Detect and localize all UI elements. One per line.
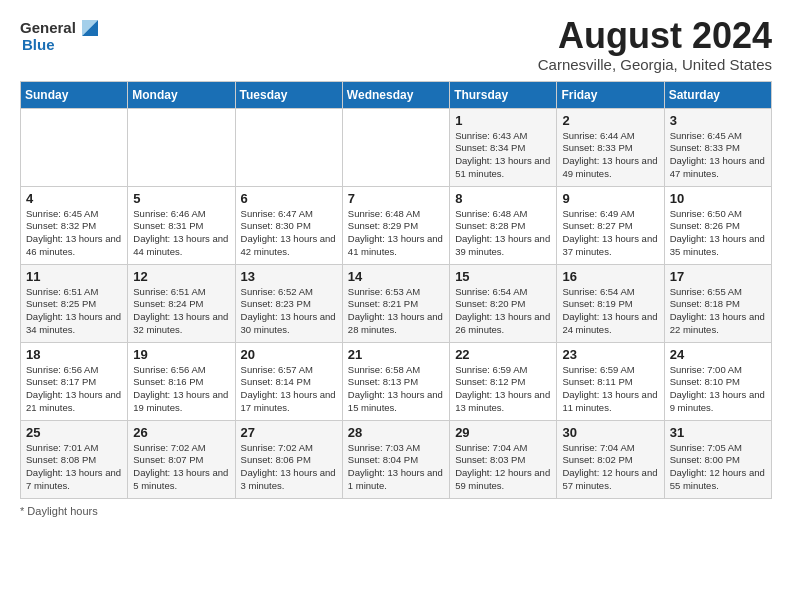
day-number: 24 xyxy=(670,347,766,362)
day-info: Sunrise: 6:45 AM Sunset: 8:33 PM Dayligh… xyxy=(670,130,766,181)
day-number: 23 xyxy=(562,347,658,362)
day-number: 1 xyxy=(455,113,551,128)
day-number: 5 xyxy=(133,191,229,206)
day-number: 21 xyxy=(348,347,444,362)
table-row: 21Sunrise: 6:58 AM Sunset: 8:13 PM Dayli… xyxy=(342,342,449,420)
table-row: 30Sunrise: 7:04 AM Sunset: 8:02 PM Dayli… xyxy=(557,420,664,498)
header-tuesday: Tuesday xyxy=(235,81,342,108)
day-info: Sunrise: 6:59 AM Sunset: 8:12 PM Dayligh… xyxy=(455,364,551,415)
table-row: 14Sunrise: 6:53 AM Sunset: 8:21 PM Dayli… xyxy=(342,264,449,342)
day-number: 3 xyxy=(670,113,766,128)
day-number: 19 xyxy=(133,347,229,362)
table-row: 2Sunrise: 6:44 AM Sunset: 8:33 PM Daylig… xyxy=(557,108,664,186)
table-row: 18Sunrise: 6:56 AM Sunset: 8:17 PM Dayli… xyxy=(21,342,128,420)
day-info: Sunrise: 7:03 AM Sunset: 8:04 PM Dayligh… xyxy=(348,442,444,493)
day-info: Sunrise: 6:44 AM Sunset: 8:33 PM Dayligh… xyxy=(562,130,658,181)
table-row: 31Sunrise: 7:05 AM Sunset: 8:00 PM Dayli… xyxy=(664,420,771,498)
table-row: 1Sunrise: 6:43 AM Sunset: 8:34 PM Daylig… xyxy=(450,108,557,186)
header-monday: Monday xyxy=(128,81,235,108)
day-info: Sunrise: 7:05 AM Sunset: 8:00 PM Dayligh… xyxy=(670,442,766,493)
day-number: 16 xyxy=(562,269,658,284)
day-number: 20 xyxy=(241,347,337,362)
day-number: 18 xyxy=(26,347,122,362)
header-friday: Friday xyxy=(557,81,664,108)
day-info: Sunrise: 7:00 AM Sunset: 8:10 PM Dayligh… xyxy=(670,364,766,415)
table-row: 29Sunrise: 7:04 AM Sunset: 8:03 PM Dayli… xyxy=(450,420,557,498)
calendar-table: Sunday Monday Tuesday Wednesday Thursday… xyxy=(20,81,772,499)
day-number: 6 xyxy=(241,191,337,206)
table-row: 8Sunrise: 6:48 AM Sunset: 8:28 PM Daylig… xyxy=(450,186,557,264)
day-number: 11 xyxy=(26,269,122,284)
day-number: 22 xyxy=(455,347,551,362)
day-info: Sunrise: 7:04 AM Sunset: 8:03 PM Dayligh… xyxy=(455,442,551,493)
calendar-header: Sunday Monday Tuesday Wednesday Thursday… xyxy=(21,81,772,108)
day-info: Sunrise: 6:59 AM Sunset: 8:11 PM Dayligh… xyxy=(562,364,658,415)
table-row: 20Sunrise: 6:57 AM Sunset: 8:14 PM Dayli… xyxy=(235,342,342,420)
calendar-subtitle: Carnesville, Georgia, United States xyxy=(538,56,772,73)
day-number: 14 xyxy=(348,269,444,284)
day-info: Sunrise: 6:48 AM Sunset: 8:29 PM Dayligh… xyxy=(348,208,444,259)
day-number: 13 xyxy=(241,269,337,284)
day-number: 29 xyxy=(455,425,551,440)
table-row: 19Sunrise: 6:56 AM Sunset: 8:16 PM Dayli… xyxy=(128,342,235,420)
day-number: 30 xyxy=(562,425,658,440)
table-row: 15Sunrise: 6:54 AM Sunset: 8:20 PM Dayli… xyxy=(450,264,557,342)
day-number: 9 xyxy=(562,191,658,206)
day-info: Sunrise: 6:51 AM Sunset: 8:25 PM Dayligh… xyxy=(26,286,122,337)
table-row: 6Sunrise: 6:47 AM Sunset: 8:30 PM Daylig… xyxy=(235,186,342,264)
table-row: 25Sunrise: 7:01 AM Sunset: 8:08 PM Dayli… xyxy=(21,420,128,498)
calendar-body: 1Sunrise: 6:43 AM Sunset: 8:34 PM Daylig… xyxy=(21,108,772,498)
day-number: 31 xyxy=(670,425,766,440)
day-info: Sunrise: 6:54 AM Sunset: 8:19 PM Dayligh… xyxy=(562,286,658,337)
table-row xyxy=(235,108,342,186)
day-number: 4 xyxy=(26,191,122,206)
table-row: 7Sunrise: 6:48 AM Sunset: 8:29 PM Daylig… xyxy=(342,186,449,264)
logo-general-text: General xyxy=(20,19,76,36)
day-number: 8 xyxy=(455,191,551,206)
day-info: Sunrise: 6:57 AM Sunset: 8:14 PM Dayligh… xyxy=(241,364,337,415)
day-info: Sunrise: 6:43 AM Sunset: 8:34 PM Dayligh… xyxy=(455,130,551,181)
day-info: Sunrise: 6:48 AM Sunset: 8:28 PM Dayligh… xyxy=(455,208,551,259)
day-info: Sunrise: 6:50 AM Sunset: 8:26 PM Dayligh… xyxy=(670,208,766,259)
table-row: 24Sunrise: 7:00 AM Sunset: 8:10 PM Dayli… xyxy=(664,342,771,420)
table-row: 9Sunrise: 6:49 AM Sunset: 8:27 PM Daylig… xyxy=(557,186,664,264)
table-row: 28Sunrise: 7:03 AM Sunset: 8:04 PM Dayli… xyxy=(342,420,449,498)
table-row: 10Sunrise: 6:50 AM Sunset: 8:26 PM Dayli… xyxy=(664,186,771,264)
logo-blue-text: Blue xyxy=(22,36,55,53)
day-number: 26 xyxy=(133,425,229,440)
header-sunday: Sunday xyxy=(21,81,128,108)
table-row: 17Sunrise: 6:55 AM Sunset: 8:18 PM Dayli… xyxy=(664,264,771,342)
day-info: Sunrise: 6:46 AM Sunset: 8:31 PM Dayligh… xyxy=(133,208,229,259)
day-info: Sunrise: 7:01 AM Sunset: 8:08 PM Dayligh… xyxy=(26,442,122,493)
header: General Blue August 2024 Carnesville, Ge… xyxy=(20,16,772,73)
table-row: 26Sunrise: 7:02 AM Sunset: 8:07 PM Dayli… xyxy=(128,420,235,498)
day-info: Sunrise: 6:52 AM Sunset: 8:23 PM Dayligh… xyxy=(241,286,337,337)
table-row: 5Sunrise: 6:46 AM Sunset: 8:31 PM Daylig… xyxy=(128,186,235,264)
day-info: Sunrise: 6:55 AM Sunset: 8:18 PM Dayligh… xyxy=(670,286,766,337)
day-info: Sunrise: 6:53 AM Sunset: 8:21 PM Dayligh… xyxy=(348,286,444,337)
day-info: Sunrise: 7:02 AM Sunset: 8:07 PM Dayligh… xyxy=(133,442,229,493)
day-number: 10 xyxy=(670,191,766,206)
day-info: Sunrise: 7:02 AM Sunset: 8:06 PM Dayligh… xyxy=(241,442,337,493)
day-number: 25 xyxy=(26,425,122,440)
day-info: Sunrise: 6:54 AM Sunset: 8:20 PM Dayligh… xyxy=(455,286,551,337)
day-number: 27 xyxy=(241,425,337,440)
table-row: 27Sunrise: 7:02 AM Sunset: 8:06 PM Dayli… xyxy=(235,420,342,498)
day-info: Sunrise: 6:49 AM Sunset: 8:27 PM Dayligh… xyxy=(562,208,658,259)
day-number: 17 xyxy=(670,269,766,284)
day-info: Sunrise: 6:58 AM Sunset: 8:13 PM Dayligh… xyxy=(348,364,444,415)
header-thursday: Thursday xyxy=(450,81,557,108)
table-row: 16Sunrise: 6:54 AM Sunset: 8:19 PM Dayli… xyxy=(557,264,664,342)
table-row: 13Sunrise: 6:52 AM Sunset: 8:23 PM Dayli… xyxy=(235,264,342,342)
day-info: Sunrise: 6:51 AM Sunset: 8:24 PM Dayligh… xyxy=(133,286,229,337)
header-wednesday: Wednesday xyxy=(342,81,449,108)
table-row: 3Sunrise: 6:45 AM Sunset: 8:33 PM Daylig… xyxy=(664,108,771,186)
table-row xyxy=(21,108,128,186)
table-row: 4Sunrise: 6:45 AM Sunset: 8:32 PM Daylig… xyxy=(21,186,128,264)
logo-triangle-icon xyxy=(78,16,102,40)
table-row: 12Sunrise: 6:51 AM Sunset: 8:24 PM Dayli… xyxy=(128,264,235,342)
logo: General Blue xyxy=(20,16,102,53)
table-row: 11Sunrise: 6:51 AM Sunset: 8:25 PM Dayli… xyxy=(21,264,128,342)
table-row: 22Sunrise: 6:59 AM Sunset: 8:12 PM Dayli… xyxy=(450,342,557,420)
calendar-title: August 2024 xyxy=(538,16,772,56)
